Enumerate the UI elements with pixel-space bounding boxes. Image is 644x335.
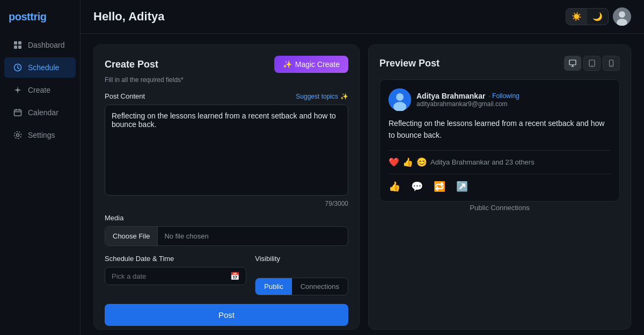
post-actions-row: 👍 💬 🔁 ↗️ xyxy=(389,181,611,192)
svg-rect-0 xyxy=(14,41,17,44)
following-badge: · Following xyxy=(488,92,519,100)
share-icon[interactable]: ↗️ xyxy=(456,181,468,192)
file-input-row: Choose File No file chosen xyxy=(105,226,348,246)
sparkle-icon: ✨ xyxy=(283,60,292,69)
post-divider-2 xyxy=(389,174,611,174)
char-count: 79/3000 xyxy=(105,200,348,207)
sidebar-item-dashboard[interactable]: Dashboard xyxy=(4,35,76,55)
schedule-visibility-row: Schedule Date & Time 📅 Visibility Public… xyxy=(105,255,348,295)
avatar-image xyxy=(613,8,631,26)
svg-point-8 xyxy=(619,11,625,18)
required-note: Fill in all the required fields* xyxy=(105,76,348,84)
sparkle-icon xyxy=(13,85,23,95)
post-content-textarea[interactable]: Reflecting on the lessons learned from a… xyxy=(105,105,348,196)
sidebar: posttrig Dashboard Schedule Crea xyxy=(0,0,80,335)
panel-header: Create Post ✨ Magic Create xyxy=(105,56,348,73)
svg-point-6 xyxy=(17,134,19,137)
gear-icon xyxy=(13,130,23,140)
post-button[interactable]: Post xyxy=(105,304,348,326)
public-connections-label: Public Connections xyxy=(379,204,620,212)
header-actions: ☀️ 🌙 xyxy=(566,8,631,26)
avatar[interactable] xyxy=(613,8,631,26)
main-content: Hello, Aditya ☀️ 🌙 Create Post xyxy=(80,0,644,335)
post-avatar xyxy=(389,88,411,111)
post-content-text: Reflecting on the lessons learned from a… xyxy=(389,117,611,142)
calendar-icon xyxy=(13,108,23,117)
sidebar-item-label: Create xyxy=(28,86,50,94)
visibility-label: Visibility xyxy=(255,255,348,263)
mobile-view-btn[interactable] xyxy=(603,56,620,71)
content-area: Create Post ✨ Magic Create Fill in all t… xyxy=(80,34,644,335)
clock-icon xyxy=(13,63,23,72)
schedule-label: Schedule Date & Time xyxy=(105,255,246,263)
svg-rect-10 xyxy=(569,60,576,65)
panel-title: Create Post xyxy=(105,59,158,70)
suggest-topics-btn[interactable]: Suggest topics ✨ xyxy=(296,93,348,100)
grid-icon xyxy=(13,40,23,50)
like-icon[interactable]: 👍 xyxy=(389,181,400,192)
visibility-col: Visibility Public Connections xyxy=(255,255,348,295)
page-title: Hello, Aditya xyxy=(93,10,164,24)
sidebar-item-create[interactable]: Create xyxy=(4,80,76,100)
reaction-text: Aditya Brahmankar and 23 others xyxy=(430,158,535,166)
post-content-label: Post Content xyxy=(105,92,145,100)
post-author-name: Aditya Brahmankar xyxy=(416,92,485,100)
svg-point-16 xyxy=(396,93,404,101)
suggest-topics-label: Suggest topics xyxy=(296,93,338,100)
header: Hello, Aditya ☀️ 🌙 xyxy=(80,0,644,34)
magic-create-button[interactable]: ✨ Magic Create xyxy=(274,56,348,73)
svg-point-14 xyxy=(611,65,612,66)
no-file-text: No file chosen xyxy=(158,232,215,240)
calendar-icon: 📅 xyxy=(230,272,239,280)
post-divider xyxy=(389,150,611,151)
preview-header: Preview Post xyxy=(379,56,620,71)
preview-post-card: Aditya Brahmankar · Following adityabrah… xyxy=(379,79,620,202)
post-author-row: Aditya Brahmankar · Following adityabrah… xyxy=(389,88,611,111)
visibility-connections-btn[interactable]: Connections xyxy=(292,278,348,295)
logo-text: posttrig xyxy=(9,11,46,23)
magic-create-label: Magic Create xyxy=(295,60,340,69)
svg-rect-2 xyxy=(14,46,17,49)
create-post-panel: Create Post ✨ Magic Create Fill in all t… xyxy=(93,44,360,330)
reaction-emoji-1: ❤️ xyxy=(389,157,399,167)
repost-icon[interactable]: 🔁 xyxy=(434,181,445,192)
magic-icon: ✨ xyxy=(340,93,348,100)
choose-file-button[interactable]: Choose File xyxy=(105,227,158,245)
schedule-col: Schedule Date & Time 📅 xyxy=(105,255,246,285)
post-content-label-row: Post Content Suggest topics ✨ xyxy=(105,92,348,100)
sidebar-item-label: Schedule xyxy=(28,63,59,72)
theme-toggle-group: ☀️ 🌙 xyxy=(566,8,609,25)
svg-point-12 xyxy=(591,65,592,66)
sidebar-item-label: Calendar xyxy=(28,108,58,117)
comment-icon[interactable]: 💬 xyxy=(411,181,423,192)
tablet-view-btn[interactable] xyxy=(583,56,601,71)
desktop-view-btn[interactable] xyxy=(564,56,581,71)
sidebar-item-label: Settings xyxy=(28,131,55,139)
preview-post-panel: Preview Post xyxy=(368,44,631,330)
preview-title: Preview Post xyxy=(379,58,440,69)
sidebar-item-label: Dashboard xyxy=(28,41,65,49)
post-reactions-row: ❤️ 👍 😊 Aditya Brahmankar and 23 others xyxy=(389,157,611,167)
svg-rect-3 xyxy=(18,46,21,49)
logo: posttrig xyxy=(0,6,80,34)
view-toggle xyxy=(564,56,620,71)
post-author-email: adityabrahmankar9@gmail.com xyxy=(416,100,519,108)
svg-rect-1 xyxy=(18,41,21,44)
post-author-name-row: Aditya Brahmankar · Following xyxy=(416,92,519,100)
date-input-row: 📅 xyxy=(105,267,246,285)
svg-rect-5 xyxy=(14,110,21,116)
light-theme-btn[interactable]: ☀️ xyxy=(566,9,587,25)
sidebar-item-calendar[interactable]: Calendar xyxy=(4,102,76,123)
date-input[interactable] xyxy=(112,272,226,280)
sidebar-item-settings[interactable]: Settings xyxy=(4,125,76,145)
post-author-info: Aditya Brahmankar · Following adityabrah… xyxy=(416,92,519,108)
media-label: Media xyxy=(105,214,348,222)
dark-theme-btn[interactable]: 🌙 xyxy=(587,9,608,25)
sidebar-item-schedule[interactable]: Schedule xyxy=(4,57,76,78)
visibility-public-btn[interactable]: Public xyxy=(255,278,291,295)
visibility-toggle: Public Connections xyxy=(255,278,348,295)
reaction-emoji-3: 😊 xyxy=(416,157,427,167)
reaction-emoji-2: 👍 xyxy=(402,157,413,167)
